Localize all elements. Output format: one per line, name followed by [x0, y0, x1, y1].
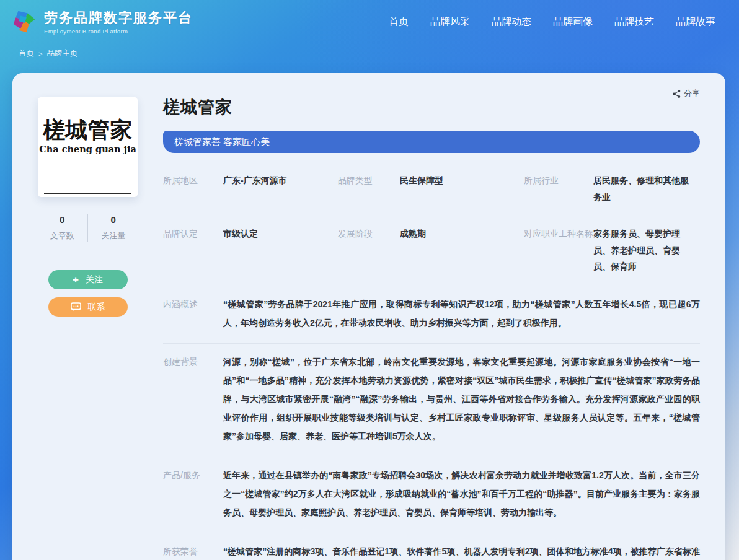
- section-honors-text: “槎城管家”注册的商标3项、音乐作品登记1项、软件著作5项、机器人发明专利2项、…: [223, 542, 700, 560]
- stat-followers: 0 关注量: [87, 214, 139, 242]
- section-background-label: 创建背景: [163, 352, 223, 445]
- app-header: 劳务品牌数字服务平台 Empl oyment B rand Pl atform …: [0, 0, 739, 43]
- field-row-2: 品牌认定 市级认定 发展阶段 成熟期 对应职业工种名称 家务服务员、母婴护理员、…: [163, 216, 700, 286]
- nav-item-brand-skill[interactable]: 品牌技艺: [614, 15, 654, 28]
- app-title: 劳务品牌数字服务平台: [44, 9, 193, 27]
- chat-bubble-icon: [71, 302, 81, 312]
- section-products-label: 产品/服务: [163, 466, 223, 522]
- section-honors: 所获荣誉 “槎城管家”注册的商标3项、音乐作品登记1项、软件著作5项、机器人发明…: [163, 533, 700, 560]
- page-title: 槎城管家: [163, 96, 700, 118]
- breadcrumb-current: 品牌主页: [46, 48, 77, 59]
- brand-slogan-text: 槎城管家善 客家匠心美: [174, 136, 270, 148]
- section-honors-label: 所获荣誉: [163, 542, 223, 560]
- field-brand-type-value: 民生保障型: [400, 172, 524, 189]
- field-brand-type-label: 品牌类型: [338, 172, 400, 189]
- profile-main: 分享 槎城管家 槎城管家善 客家匠心美 所属地区 广东-广东河源市 品牌类型 民…: [163, 73, 725, 560]
- stat-articles: 0 文章数: [37, 214, 88, 242]
- articles-label: 文章数: [37, 230, 88, 242]
- section-overview: 内涵概述 “槎城管家”劳务品牌于2021年推广应用，取得商标专利等知识产权12项…: [163, 286, 700, 344]
- breadcrumb: 首页 > 品牌主页: [0, 48, 739, 59]
- profile-sidebar: 槎城管家 Cha cheng guan jia 0 文章数 0 关注量 + 关注: [12, 73, 163, 560]
- brand-logo-text: 槎城管家: [43, 118, 133, 141]
- contact-button[interactable]: 联系: [48, 297, 128, 317]
- share-icon: [672, 89, 681, 98]
- field-certification-value: 市级认定: [223, 225, 338, 242]
- section-products-text: 近年来，通过在县镇举办的“南粤家政”专场招聘会30场次，解决农村富余劳动力就业并…: [223, 466, 700, 522]
- field-stage-label: 发展阶段: [338, 225, 400, 242]
- nav-item-brand-style[interactable]: 品牌风采: [430, 15, 470, 28]
- brand-block: 劳务品牌数字服务平台 Empl oyment B rand Pl atform: [44, 9, 193, 35]
- brand-logo-underline: [44, 193, 132, 194]
- field-occupations-label: 对应职业工种名称: [524, 225, 593, 242]
- follow-button[interactable]: + 关注: [48, 270, 128, 289]
- field-stage-value: 成熟期: [400, 225, 524, 242]
- field-industry-value: 居民服务、修理和其他服务业: [593, 172, 700, 205]
- profile-stats: 0 文章数 0 关注量: [37, 214, 139, 242]
- app-subtitle: Empl oyment B rand Pl atform: [44, 28, 193, 35]
- nav-item-brand-portrait[interactable]: 品牌画像: [553, 15, 593, 28]
- contact-button-label: 联系: [88, 302, 105, 313]
- brand-fields: 所属地区 广东-广东河源市 品牌类型 民生保障型 所属行业 居民服务、修理和其他…: [163, 163, 700, 286]
- section-products: 产品/服务 近年来，通过在县镇举办的“南粤家政”专场招聘会30场次，解决农村富余…: [163, 457, 700, 533]
- field-industry-label: 所属行业: [524, 172, 593, 189]
- main-nav: 首页 品牌风采 品牌动态 品牌画像 品牌技艺 品牌故事: [389, 15, 715, 28]
- field-region-label: 所属地区: [163, 172, 223, 189]
- field-occupations-value: 家务服务员、母婴护理员、养老护理员、育婴员、保育师: [593, 225, 700, 275]
- nav-item-brand-story[interactable]: 品牌故事: [676, 15, 715, 28]
- nav-item-home[interactable]: 首页: [389, 15, 409, 28]
- articles-count: 0: [37, 214, 88, 225]
- nav-item-brand-news[interactable]: 品牌动态: [492, 15, 531, 28]
- field-row-1: 所属地区 广东-广东河源市 品牌类型 民生保障型 所属行业 居民服务、修理和其他…: [163, 163, 700, 216]
- share-label: 分享: [684, 88, 700, 99]
- section-overview-label: 内涵概述: [163, 295, 223, 332]
- brand-logo-image: 槎城管家 Cha cheng guan jia: [38, 97, 138, 197]
- section-background: 创建背景 河源，别称“槎城”，位于广东省东北部，岭南文化重要发源地，客家文化重要…: [163, 344, 700, 457]
- platform-logo-icon: [10, 7, 38, 36]
- brand-logo-pinyin: Cha cheng guan jia: [39, 144, 136, 154]
- plus-icon: +: [73, 274, 79, 285]
- field-region-value: 广东-广东河源市: [223, 172, 338, 189]
- share-button[interactable]: 分享: [672, 88, 700, 99]
- brand-slogan-banner: 槎城管家善 客家匠心美: [163, 131, 700, 153]
- section-overview-text: “槎城管家”劳务品牌于2021年推广应用，取得商标专利等知识产权12项，助力“槎…: [223, 295, 700, 332]
- breadcrumb-separator: >: [38, 50, 42, 58]
- section-background-text: 河源，别称“槎城”，位于广东省东北部，岭南文化重要发源地，客家文化重要起源地。河…: [223, 352, 700, 445]
- field-certification-label: 品牌认定: [163, 225, 223, 242]
- follow-button-label: 关注: [86, 274, 103, 286]
- brand-profile-card: 槎城管家 Cha cheng guan jia 0 文章数 0 关注量 + 关注: [12, 73, 725, 560]
- followers-label: 关注量: [88, 230, 139, 242]
- breadcrumb-home[interactable]: 首页: [19, 48, 34, 59]
- followers-count: 0: [88, 214, 139, 225]
